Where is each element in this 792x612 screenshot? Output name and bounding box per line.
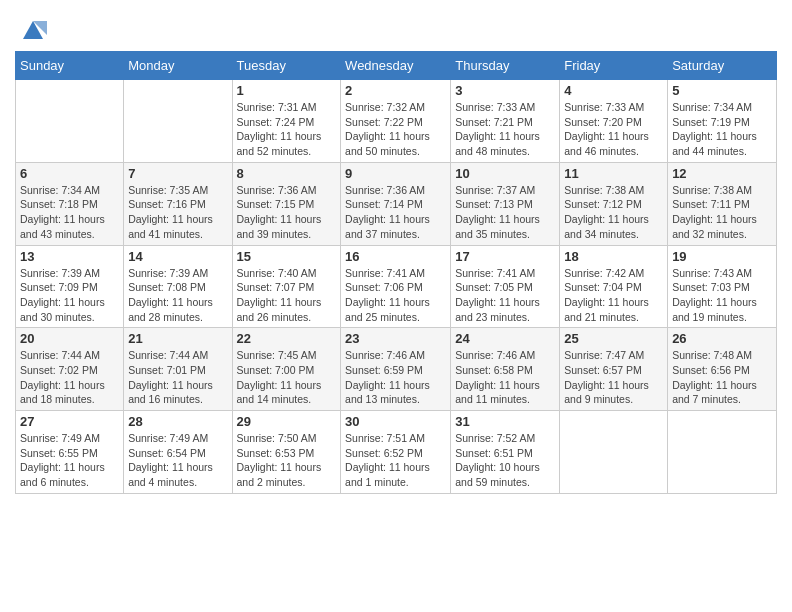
day-info: Sunrise: 7:32 AM Sunset: 7:22 PM Dayligh… xyxy=(345,100,446,159)
day-info: Sunrise: 7:36 AM Sunset: 7:14 PM Dayligh… xyxy=(345,183,446,242)
day-number: 9 xyxy=(345,166,446,181)
day-info: Sunrise: 7:38 AM Sunset: 7:12 PM Dayligh… xyxy=(564,183,663,242)
day-info: Sunrise: 7:47 AM Sunset: 6:57 PM Dayligh… xyxy=(564,348,663,407)
day-cell: 29Sunrise: 7:50 AM Sunset: 6:53 PM Dayli… xyxy=(232,411,341,494)
day-number: 6 xyxy=(20,166,119,181)
day-number: 25 xyxy=(564,331,663,346)
header-cell-friday: Friday xyxy=(560,52,668,80)
day-info: Sunrise: 7:33 AM Sunset: 7:20 PM Dayligh… xyxy=(564,100,663,159)
day-number: 30 xyxy=(345,414,446,429)
day-cell: 1Sunrise: 7:31 AM Sunset: 7:24 PM Daylig… xyxy=(232,80,341,163)
week-row-3: 13Sunrise: 7:39 AM Sunset: 7:09 PM Dayli… xyxy=(16,245,777,328)
day-number: 5 xyxy=(672,83,772,98)
day-cell xyxy=(668,411,777,494)
day-info: Sunrise: 7:39 AM Sunset: 7:08 PM Dayligh… xyxy=(128,266,227,325)
day-info: Sunrise: 7:33 AM Sunset: 7:21 PM Dayligh… xyxy=(455,100,555,159)
header xyxy=(15,10,777,43)
day-number: 31 xyxy=(455,414,555,429)
day-cell: 24Sunrise: 7:46 AM Sunset: 6:58 PM Dayli… xyxy=(451,328,560,411)
day-info: Sunrise: 7:49 AM Sunset: 6:55 PM Dayligh… xyxy=(20,431,119,490)
logo xyxy=(15,15,47,43)
day-info: Sunrise: 7:49 AM Sunset: 6:54 PM Dayligh… xyxy=(128,431,227,490)
day-cell xyxy=(560,411,668,494)
day-number: 17 xyxy=(455,249,555,264)
day-cell: 13Sunrise: 7:39 AM Sunset: 7:09 PM Dayli… xyxy=(16,245,124,328)
day-cell: 17Sunrise: 7:41 AM Sunset: 7:05 PM Dayli… xyxy=(451,245,560,328)
day-info: Sunrise: 7:40 AM Sunset: 7:07 PM Dayligh… xyxy=(237,266,337,325)
day-number: 10 xyxy=(455,166,555,181)
day-cell: 27Sunrise: 7:49 AM Sunset: 6:55 PM Dayli… xyxy=(16,411,124,494)
day-number: 19 xyxy=(672,249,772,264)
day-cell: 5Sunrise: 7:34 AM Sunset: 7:19 PM Daylig… xyxy=(668,80,777,163)
day-number: 1 xyxy=(237,83,337,98)
day-cell: 31Sunrise: 7:52 AM Sunset: 6:51 PM Dayli… xyxy=(451,411,560,494)
day-cell: 11Sunrise: 7:38 AM Sunset: 7:12 PM Dayli… xyxy=(560,162,668,245)
day-cell: 22Sunrise: 7:45 AM Sunset: 7:00 PM Dayli… xyxy=(232,328,341,411)
day-info: Sunrise: 7:46 AM Sunset: 6:59 PM Dayligh… xyxy=(345,348,446,407)
week-row-1: 1Sunrise: 7:31 AM Sunset: 7:24 PM Daylig… xyxy=(16,80,777,163)
day-cell: 4Sunrise: 7:33 AM Sunset: 7:20 PM Daylig… xyxy=(560,80,668,163)
day-number: 11 xyxy=(564,166,663,181)
day-info: Sunrise: 7:52 AM Sunset: 6:51 PM Dayligh… xyxy=(455,431,555,490)
day-cell: 20Sunrise: 7:44 AM Sunset: 7:02 PM Dayli… xyxy=(16,328,124,411)
day-cell: 7Sunrise: 7:35 AM Sunset: 7:16 PM Daylig… xyxy=(124,162,232,245)
header-row: SundayMondayTuesdayWednesdayThursdayFrid… xyxy=(16,52,777,80)
day-number: 29 xyxy=(237,414,337,429)
day-info: Sunrise: 7:43 AM Sunset: 7:03 PM Dayligh… xyxy=(672,266,772,325)
day-cell: 21Sunrise: 7:44 AM Sunset: 7:01 PM Dayli… xyxy=(124,328,232,411)
day-info: Sunrise: 7:37 AM Sunset: 7:13 PM Dayligh… xyxy=(455,183,555,242)
day-info: Sunrise: 7:51 AM Sunset: 6:52 PM Dayligh… xyxy=(345,431,446,490)
day-info: Sunrise: 7:35 AM Sunset: 7:16 PM Dayligh… xyxy=(128,183,227,242)
day-number: 24 xyxy=(455,331,555,346)
day-info: Sunrise: 7:46 AM Sunset: 6:58 PM Dayligh… xyxy=(455,348,555,407)
day-number: 16 xyxy=(345,249,446,264)
day-cell: 26Sunrise: 7:48 AM Sunset: 6:56 PM Dayli… xyxy=(668,328,777,411)
day-number: 21 xyxy=(128,331,227,346)
day-cell: 6Sunrise: 7:34 AM Sunset: 7:18 PM Daylig… xyxy=(16,162,124,245)
calendar-table: SundayMondayTuesdayWednesdayThursdayFrid… xyxy=(15,51,777,494)
day-info: Sunrise: 7:41 AM Sunset: 7:05 PM Dayligh… xyxy=(455,266,555,325)
day-info: Sunrise: 7:39 AM Sunset: 7:09 PM Dayligh… xyxy=(20,266,119,325)
day-number: 2 xyxy=(345,83,446,98)
day-cell: 8Sunrise: 7:36 AM Sunset: 7:15 PM Daylig… xyxy=(232,162,341,245)
day-number: 18 xyxy=(564,249,663,264)
day-cell: 12Sunrise: 7:38 AM Sunset: 7:11 PM Dayli… xyxy=(668,162,777,245)
day-info: Sunrise: 7:48 AM Sunset: 6:56 PM Dayligh… xyxy=(672,348,772,407)
header-cell-wednesday: Wednesday xyxy=(341,52,451,80)
day-number: 20 xyxy=(20,331,119,346)
header-cell-sunday: Sunday xyxy=(16,52,124,80)
day-info: Sunrise: 7:44 AM Sunset: 7:01 PM Dayligh… xyxy=(128,348,227,407)
day-number: 12 xyxy=(672,166,772,181)
header-cell-thursday: Thursday xyxy=(451,52,560,80)
day-info: Sunrise: 7:36 AM Sunset: 7:15 PM Dayligh… xyxy=(237,183,337,242)
day-cell: 3Sunrise: 7:33 AM Sunset: 7:21 PM Daylig… xyxy=(451,80,560,163)
day-number: 28 xyxy=(128,414,227,429)
day-info: Sunrise: 7:42 AM Sunset: 7:04 PM Dayligh… xyxy=(564,266,663,325)
day-info: Sunrise: 7:45 AM Sunset: 7:00 PM Dayligh… xyxy=(237,348,337,407)
header-cell-tuesday: Tuesday xyxy=(232,52,341,80)
day-cell: 9Sunrise: 7:36 AM Sunset: 7:14 PM Daylig… xyxy=(341,162,451,245)
day-info: Sunrise: 7:34 AM Sunset: 7:18 PM Dayligh… xyxy=(20,183,119,242)
day-number: 23 xyxy=(345,331,446,346)
day-cell xyxy=(16,80,124,163)
day-info: Sunrise: 7:41 AM Sunset: 7:06 PM Dayligh… xyxy=(345,266,446,325)
page: SundayMondayTuesdayWednesdayThursdayFrid… xyxy=(0,0,792,509)
week-row-2: 6Sunrise: 7:34 AM Sunset: 7:18 PM Daylig… xyxy=(16,162,777,245)
day-cell: 15Sunrise: 7:40 AM Sunset: 7:07 PM Dayli… xyxy=(232,245,341,328)
day-info: Sunrise: 7:44 AM Sunset: 7:02 PM Dayligh… xyxy=(20,348,119,407)
day-number: 4 xyxy=(564,83,663,98)
day-cell: 25Sunrise: 7:47 AM Sunset: 6:57 PM Dayli… xyxy=(560,328,668,411)
day-info: Sunrise: 7:31 AM Sunset: 7:24 PM Dayligh… xyxy=(237,100,337,159)
day-cell: 18Sunrise: 7:42 AM Sunset: 7:04 PM Dayli… xyxy=(560,245,668,328)
day-number: 14 xyxy=(128,249,227,264)
day-number: 13 xyxy=(20,249,119,264)
day-cell: 23Sunrise: 7:46 AM Sunset: 6:59 PM Dayli… xyxy=(341,328,451,411)
header-cell-monday: Monday xyxy=(124,52,232,80)
header-cell-saturday: Saturday xyxy=(668,52,777,80)
day-number: 22 xyxy=(237,331,337,346)
day-cell: 28Sunrise: 7:49 AM Sunset: 6:54 PM Dayli… xyxy=(124,411,232,494)
day-cell: 2Sunrise: 7:32 AM Sunset: 7:22 PM Daylig… xyxy=(341,80,451,163)
day-info: Sunrise: 7:50 AM Sunset: 6:53 PM Dayligh… xyxy=(237,431,337,490)
day-cell: 14Sunrise: 7:39 AM Sunset: 7:08 PM Dayli… xyxy=(124,245,232,328)
day-number: 3 xyxy=(455,83,555,98)
